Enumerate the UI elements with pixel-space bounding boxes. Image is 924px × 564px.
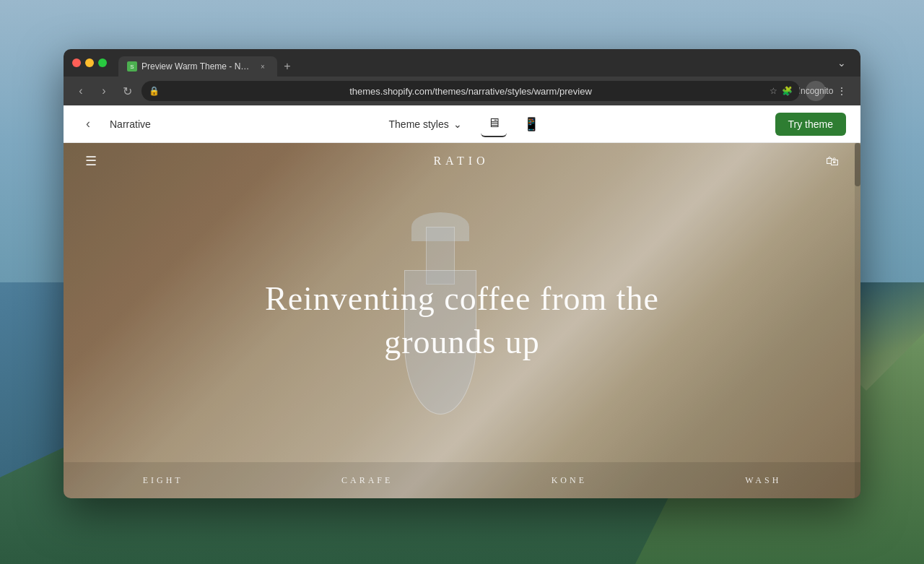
mobile-icon: 📱 — [523, 116, 539, 132]
lock-icon: 🔒 — [149, 86, 160, 96]
bookmark-icon[interactable]: ☆ — [770, 86, 777, 96]
address-bar: ‹ › ↻ 🔒 ☆ 🧩 Incognito ⋮ — [64, 77, 860, 105]
browser-tab[interactable]: S Preview Warm Theme - Narrat... × — [118, 56, 277, 77]
profile-button[interactable]: Incognito — [806, 81, 826, 101]
collapse-button[interactable]: ⌄ — [832, 53, 852, 73]
hero-text: Reinventing coffee from the grounds up — [143, 277, 780, 364]
tab-favicon: S — [127, 61, 137, 71]
theme-styles-label: Theme styles — [389, 118, 449, 130]
preview-toolbar: ‹ Narrative Theme styles ⌄ 🖥 📱 Try theme — [64, 105, 860, 143]
scrollbar-track — [855, 143, 860, 498]
hero-heading-line1: Reinventing coffee from the — [265, 280, 659, 317]
browser-window: S Preview Warm Theme - Narrat... × + ⌄ ‹… — [64, 49, 860, 498]
new-tab-button[interactable]: + — [277, 56, 297, 77]
store-logo: RATIO — [433, 155, 489, 168]
marquee-items: EIGHT CARAFE KONE WASH — [64, 475, 860, 486]
toolbar-back-button[interactable]: ‹ — [78, 114, 98, 134]
incognito-label: Incognito — [798, 86, 834, 96]
tabs-bar: S Preview Warm Theme - Narrat... × + — [113, 49, 826, 77]
close-traffic-light[interactable] — [72, 58, 81, 67]
theme-styles-button[interactable]: Theme styles ⌄ — [382, 114, 469, 134]
marquee-item-eight: EIGHT — [143, 475, 183, 486]
preview-area: ☰ RATIO 🛍 Reinventing coffee from the gr… — [64, 143, 860, 498]
store-cart-icon[interactable]: 🛍 — [826, 154, 839, 169]
try-theme-button[interactable]: Try theme — [775, 113, 847, 136]
hero-heading-line2: grounds up — [384, 324, 540, 360]
chevron-down-icon: ⌄ — [453, 118, 462, 130]
extension-icon[interactable]: 🧩 — [782, 86, 793, 96]
forward-button[interactable]: › — [95, 82, 113, 100]
hero-heading: Reinventing coffee from the grounds up — [143, 277, 780, 364]
maximize-traffic-light[interactable] — [98, 58, 107, 67]
title-bar: S Preview Warm Theme - Narrat... × + ⌄ — [64, 49, 860, 77]
desktop-icon: 🖥 — [487, 116, 500, 131]
tab-close-button[interactable]: × — [257, 61, 269, 72]
marquee-item-wash: WASH — [745, 475, 781, 486]
tab-title: Preview Warm Theme - Narrat... — [141, 61, 253, 71]
address-right-icons: ☆ 🧩 — [770, 86, 793, 96]
address-input[interactable] — [141, 81, 800, 101]
reload-button[interactable]: ↻ — [118, 82, 136, 100]
store-preview: ☰ RATIO 🛍 Reinventing coffee from the gr… — [64, 143, 860, 498]
back-button[interactable]: ‹ — [72, 82, 90, 100]
chrome-menu-button[interactable]: ⋮ — [832, 81, 852, 101]
marquee-item-kone: KONE — [552, 475, 587, 486]
theme-name-label: Narrative — [110, 118, 151, 130]
toolbar-center: Theme styles ⌄ 🖥 📱 — [162, 111, 764, 137]
minimize-traffic-light[interactable] — [85, 58, 94, 67]
store-menu-icon[interactable]: ☰ — [85, 153, 97, 169]
desktop-view-button[interactable]: 🖥 — [481, 111, 507, 137]
mobile-view-button[interactable]: 📱 — [518, 111, 544, 137]
title-bar-right: ⌄ — [832, 53, 852, 73]
address-wrap: 🔒 ☆ 🧩 — [141, 81, 800, 101]
traffic-lights — [72, 58, 107, 67]
marquee-item-carafe: CARAFE — [341, 475, 393, 486]
store-navigation: ☰ RATIO 🛍 — [64, 143, 860, 179]
product-marquee: EIGHT CARAFE KONE WASH — [64, 462, 860, 498]
